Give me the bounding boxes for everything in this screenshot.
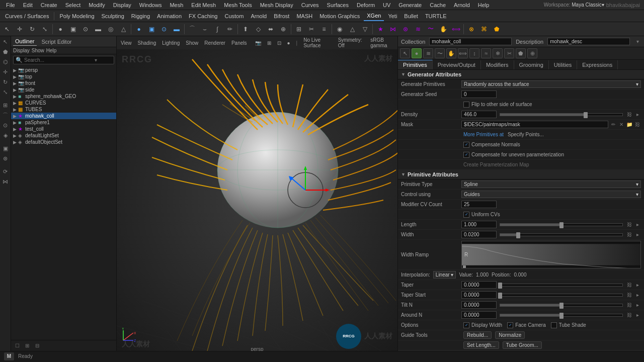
compensate-uneven-checkbox[interactable]: ✓ [463,152,469,158]
nurbs-cylinder-icon[interactable]: ⊙ [158,23,170,35]
tilt-n-link-icon[interactable]: ⛓ [626,302,633,309]
tb2-motion-graphics[interactable]: Motion Graphics [316,11,363,21]
tree-item-front[interactable]: ▶ 📷 front [11,80,116,86]
rebuild-button[interactable]: Rebuild... [463,331,492,339]
mask-edit-icon[interactable]: ✏ [610,121,617,128]
menu-select[interactable]: Select [61,0,85,10]
taper-link-icon[interactable]: ⛓ [626,282,633,289]
render-region-icon[interactable]: ▣ [1,144,10,153]
tb2-poly-modeling[interactable]: Poly Modeling [56,11,97,21]
tree-item-sphere-mohawk-geo[interactable]: ▶ ■ sphere_mohawk_GEO [11,93,116,100]
collection-input[interactable] [429,38,512,45]
tree-item-curves[interactable]: ▶ ▦ CURVES [11,100,116,106]
expand-icon[interactable]: ⊞ [23,342,31,350]
tab-expressions[interactable]: Expressions [577,60,618,69]
menu-surfaces[interactable]: Surfaces [323,0,353,10]
tb2-mash[interactable]: MASH [293,11,315,21]
nurbs-sphere-icon[interactable]: ● [133,23,145,35]
search-box[interactable]: 🔍 ▾ [13,56,114,64]
menu-uv[interactable]: UV [379,0,394,10]
xgen-scale-icon[interactable]: ⟺ [458,48,468,58]
around-n-input[interactable] [461,311,497,319]
mask-folder-icon[interactable]: 📁 [626,121,633,128]
display-width-checkbox[interactable]: ✓ [463,322,469,328]
tree-item-top[interactable]: ▶ 📷 top [11,73,116,80]
history-icon[interactable]: ⟳ [1,167,10,176]
node-editor-icon[interactable]: ⋈ [1,177,10,186]
menu-deform[interactable]: Deform [353,0,379,10]
interpolation-dropdown[interactable]: Linear ▾ [433,271,456,279]
vp-wireframe-icon[interactable]: ⊡ [275,39,283,47]
menu-help[interactable]: Help [474,0,494,10]
taper-start-anim-icon[interactable]: ▸ [634,292,641,299]
tree-item-side[interactable]: ▶ 📷 side [11,86,116,93]
polygon-cone-icon[interactable]: △ [117,23,129,35]
outliner-display-menu[interactable]: Display [13,48,30,53]
select-tool-icon[interactable]: ↖ [1,23,13,35]
tree-item-mohawk-coll[interactable]: ▶ ★ mohawk_coll [11,113,116,119]
deformer-icon[interactable]: ⊗ [465,23,477,35]
mask-link-icon[interactable]: ⛓ [634,121,641,128]
compensate-normals-checkbox[interactable]: ✓ [463,142,469,148]
vp-grid-icon[interactable]: ⊞ [265,39,273,47]
xgen-select-icon[interactable]: ↖ [400,48,410,58]
menu-windows[interactable]: Windows [135,0,166,10]
tab-utilities[interactable]: Utilities [549,60,577,69]
move-icon[interactable]: ✛ [1,67,10,76]
vp-view-menu[interactable]: View [119,39,134,47]
curve-ep-icon[interactable]: ⌣ [199,23,211,35]
taper-start-slider-handle[interactable] [498,293,502,299]
tab-modifiers[interactable]: Modifiers [481,60,514,69]
tab-primitives[interactable]: Primitives [398,60,433,69]
outliner-tab[interactable]: Outliner [13,37,37,46]
select-all-icon[interactable]: ☐ [13,342,21,350]
menu-generate[interactable]: Generate [394,0,426,10]
script-editor-tab[interactable]: Script Editor [40,38,74,46]
xgen-noise-icon[interactable]: ≈ [481,48,491,58]
generator-attributes-header[interactable]: ▼ Generator Attributes [398,70,644,79]
loop-cut-icon[interactable]: ⊞ [293,23,305,35]
scale-tool-icon[interactable]: ⤡ [39,23,51,35]
xgen-comb-icon[interactable]: ≋ [423,48,433,58]
primitive-type-dropdown[interactable]: Spline ▾ [461,180,641,188]
paint-icon[interactable]: ⬟ [491,23,503,35]
xgen-menu-icon[interactable]: ▾ [634,38,641,45]
taper-start-input[interactable] [461,291,497,299]
length-slider-handle[interactable] [559,222,564,228]
menu-create[interactable]: Create [37,0,61,10]
menu-edit[interactable]: Edit [19,0,37,10]
tree-item-default-object-set[interactable]: ▶ ◈ defaultObjectSet [11,139,116,145]
tilt-n-slider-handle[interactable] [559,303,564,309]
bridge-icon[interactable]: ⬌ [265,23,277,35]
length-link-icon[interactable]: ⛓ [626,221,633,228]
comb-icon[interactable]: ≋ [412,23,424,35]
around-n-link-icon[interactable]: ⛓ [626,312,633,319]
tb2-turtle[interactable]: TURTLE [422,11,450,21]
groom-icon[interactable]: ⋈ [387,23,399,35]
wire-icon[interactable]: ⌘ [478,23,490,35]
tree-item-default-light-set[interactable]: ▶ ◈ defaultLightSet [11,132,116,139]
scale2-icon[interactable]: ⟺ [450,23,462,35]
modifier-cv-input[interactable] [461,201,497,208]
paint-select-icon[interactable]: ⬟ [1,47,10,56]
menu-curves[interactable]: Curves [297,0,323,10]
menu-mesh-tools[interactable]: Mesh Tools [220,0,256,10]
outliner-show-menu[interactable]: Show [32,48,44,53]
vp-show-menu[interactable]: Show [184,39,200,47]
menu-file[interactable]: File [2,0,19,10]
control-using-dropdown[interactable]: Guides ▾ [461,191,641,198]
taper-input[interactable] [461,281,497,289]
taper-start-link-icon[interactable]: ⛓ [626,292,633,299]
snap-curve-icon[interactable]: ⌒ [1,111,10,120]
polygon-sphere-icon[interactable]: ● [54,23,66,35]
outliner-help-menu[interactable]: Help [46,48,57,53]
tb2-bifrost[interactable]: Bifrost [271,11,292,21]
taper-slider[interactable] [500,284,623,287]
snap-grid-icon[interactable]: ⊞ [1,101,10,110]
rotate-icon[interactable]: ↻ [1,77,10,86]
rotate-tool-icon[interactable]: ↻ [26,23,38,35]
around-n-anim-icon[interactable]: ▸ [634,312,641,319]
selection-mode-icon[interactable]: ↖ [1,37,10,46]
reduce-icon[interactable]: ▽ [359,23,371,35]
connect-icon[interactable]: ≡ [318,23,330,35]
